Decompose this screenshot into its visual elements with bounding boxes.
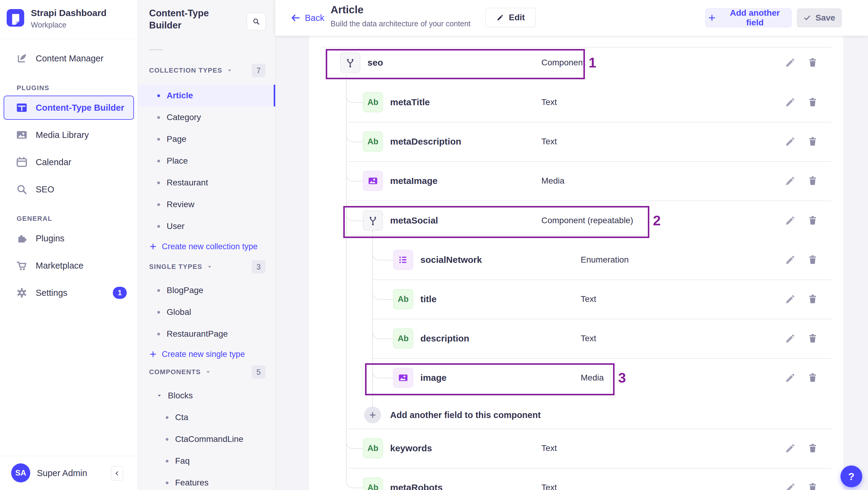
delete-field-button[interactable] xyxy=(807,294,818,305)
sidebar-item-user[interactable]: User xyxy=(137,215,275,237)
sidebar-item-global[interactable]: Global xyxy=(137,301,275,323)
arrow-left-icon xyxy=(290,13,301,23)
page-title: Article xyxy=(331,4,364,16)
enumeration-field-icon xyxy=(393,250,413,270)
save-button[interactable]: Save xyxy=(797,8,842,27)
delete-field-button[interactable] xyxy=(807,175,818,187)
edit-field-button[interactable] xyxy=(784,294,796,305)
row-divider xyxy=(372,279,831,280)
section-header-collection-types[interactable]: COLLECTION TYPES7 xyxy=(137,63,275,78)
sidebar-item-page[interactable]: Page xyxy=(137,128,275,150)
field-name: keywords xyxy=(390,443,432,453)
sidebar-item-category[interactable]: Category xyxy=(137,106,275,128)
section-header-single-types[interactable]: SINGLE TYPES3 xyxy=(137,260,275,274)
sidebar-item-calendar[interactable]: Calendar xyxy=(0,149,137,176)
annotation-number-1: 1 xyxy=(589,55,596,71)
delete-field-button[interactable] xyxy=(807,254,818,266)
pencil-icon xyxy=(496,13,504,22)
component-field-icon xyxy=(340,53,360,72)
sidebar-item-label: Settings xyxy=(36,288,67,298)
group-blocks[interactable]: Blocks xyxy=(137,385,275,406)
item-label: Category xyxy=(167,113,201,122)
sidebar-item-article[interactable]: Article xyxy=(137,85,275,106)
calendar-icon xyxy=(16,156,28,168)
sidebar-item-seo[interactable]: SEO xyxy=(0,176,137,203)
delete-field-button[interactable] xyxy=(807,482,818,490)
delete-field-button[interactable] xyxy=(807,57,818,68)
delete-field-button[interactable] xyxy=(807,372,818,384)
back-link[interactable]: Back xyxy=(290,0,324,36)
add-field-to-component-label[interactable]: Add another field to this component xyxy=(390,410,541,420)
action-create-new-collection-type[interactable]: Create new collection type xyxy=(137,237,275,256)
tree-elbow xyxy=(346,167,364,182)
add-another-field-button[interactable]: Add another field xyxy=(706,8,792,27)
tree-elbow xyxy=(346,128,364,142)
sidebar-item-plugins[interactable]: Plugins xyxy=(0,225,137,252)
avatar[interactable]: SA xyxy=(11,463,30,483)
bullet-icon xyxy=(157,225,160,228)
component-field-icon xyxy=(363,211,383,231)
edit-field-button[interactable] xyxy=(784,442,796,454)
subsidebar-body: COLLECTION TYPES7ArticleCategoryPagePlac… xyxy=(137,63,275,490)
caret-down-icon xyxy=(156,393,162,399)
feather-icon xyxy=(16,52,28,64)
sidebar-nav: Content ManagerPLUGINSContent-Type Build… xyxy=(0,45,137,306)
plus-icon xyxy=(149,350,157,358)
edit-field-button[interactable] xyxy=(784,136,796,147)
delete-field-button[interactable] xyxy=(807,215,818,226)
media-field-icon xyxy=(363,171,383,191)
edit-field-button[interactable] xyxy=(784,372,796,384)
bullet-icon xyxy=(157,203,160,206)
edit-field-button[interactable] xyxy=(784,96,796,108)
sidebar-item-features[interactable]: Features xyxy=(137,472,275,490)
help-button[interactable]: ? xyxy=(840,465,862,487)
sidebar-item-label: Content-Type Builder xyxy=(36,103,124,113)
bullet-icon xyxy=(157,182,160,184)
title-divider xyxy=(149,49,163,50)
field-type: Text xyxy=(581,294,596,304)
sidebar-item-label: Calendar xyxy=(36,157,71,167)
sidebar-item-faq[interactable]: Faq xyxy=(137,450,275,472)
section-count-badge: 7 xyxy=(252,64,266,77)
item-label: Review xyxy=(167,200,194,209)
sidebar-item-settings[interactable]: Settings1 xyxy=(0,279,137,306)
edit-field-button[interactable] xyxy=(784,482,796,490)
sidebar-item-content-manager[interactable]: Content Manager xyxy=(0,45,137,72)
edit-field-button[interactable] xyxy=(784,333,796,344)
collapse-sidebar-button[interactable] xyxy=(111,466,123,481)
sidebar-item-cta[interactable]: Cta xyxy=(137,406,275,428)
delete-field-button[interactable] xyxy=(807,333,818,344)
sidebar-item-media-library[interactable]: Media Library xyxy=(0,121,137,149)
delete-field-button[interactable] xyxy=(807,136,818,147)
sidebar-item-restaurantpage[interactable]: RestaurantPage xyxy=(137,323,275,345)
edit-button[interactable]: Edit xyxy=(486,8,536,27)
section-count-badge: 3 xyxy=(252,260,266,273)
strapi-logo-icon xyxy=(7,9,24,27)
sidebar-item-marketplace[interactable]: Marketplace xyxy=(0,252,137,279)
action-label: Create new collection type xyxy=(162,242,258,251)
sidebar-item-ctacommandline[interactable]: CtaCommandLine xyxy=(137,428,275,450)
action-create-new-single-type[interactable]: Create new single type xyxy=(137,345,275,364)
edit-field-button[interactable] xyxy=(784,57,796,68)
delete-field-button[interactable] xyxy=(807,96,818,108)
search-button[interactable] xyxy=(247,13,266,30)
bullet-icon xyxy=(157,333,160,335)
edit-field-button[interactable] xyxy=(784,175,796,187)
delete-field-button[interactable] xyxy=(807,442,818,454)
edit-field-button[interactable] xyxy=(784,215,796,226)
sidebar-item-content-type-builder[interactable]: Content-Type Builder xyxy=(0,94,137,121)
item-label: Page xyxy=(167,134,186,144)
cart-icon xyxy=(16,259,28,272)
sidebar-item-place[interactable]: Place xyxy=(137,150,275,172)
section-header-components[interactable]: COMPONENTS5 xyxy=(137,365,275,379)
sidebar-item-blogpage[interactable]: BlogPage xyxy=(137,279,275,301)
item-label: Restaurant xyxy=(167,178,208,187)
sidebar-section-general: GENERAL xyxy=(17,213,137,225)
sidebar-item-review[interactable]: Review xyxy=(137,193,275,215)
save-label: Save xyxy=(815,13,835,23)
sidebar-item-restaurant[interactable]: Restaurant xyxy=(137,172,275,193)
app-root: Strapi Dashboard Workplace Content Manag… xyxy=(0,0,868,490)
edit-field-button[interactable] xyxy=(784,254,796,266)
field-name: seo xyxy=(368,58,383,68)
add-circle-button[interactable] xyxy=(364,406,381,424)
